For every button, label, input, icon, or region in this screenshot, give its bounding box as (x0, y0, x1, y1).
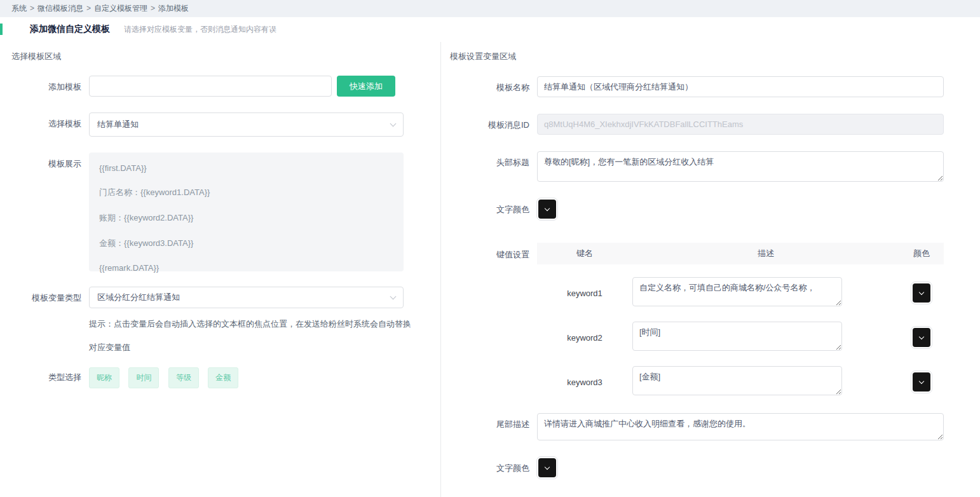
template-name-label: 模板名称 (450, 76, 529, 93)
chevron-down-icon (919, 378, 924, 383)
key-value-table: 键名 描述 颜色 keyword1 自定义名称，可填自己的商城名称/公众号名称，… (537, 243, 944, 398)
keyword2-name: keyword2 (537, 333, 632, 343)
keyword3-color-picker[interactable] (913, 372, 930, 391)
table-row-keyword2: keyword2 [时间] (537, 322, 944, 353)
column-header-desc: 描述 (632, 248, 899, 259)
left-section-title: 选择模板区域 (11, 51, 440, 62)
select-template-label: 选择模板 (11, 112, 81, 130)
keyword1-name: keyword1 (537, 289, 632, 298)
keyword3-desc-textarea[interactable]: [金额] (632, 366, 842, 395)
breadcrumb: 系统>微信模板消息>自定义模板管理>添加模板 (0, 0, 980, 17)
template-msg-id-label: 模板消息ID (450, 114, 529, 131)
text-color-bottom-label: 文字颜色 (450, 457, 529, 474)
select-template-value: 结算单通知 (97, 119, 139, 130)
type-select-label: 类型选择 (11, 367, 81, 383)
preview-line-remark[interactable]: {{remark.DATA}} (99, 263, 393, 273)
variable-tip-line1: 提示：点击变量后会自动插入选择的文本框的焦点位置，在发送给粉丝时系统会自动替换 (89, 312, 426, 336)
column-header-key: 键名 (537, 248, 632, 259)
template-variable-panel: 模板设置变量区域 模板名称 模板消息ID 头部标题 尊敬的[昵称]，您有一笔新的… (441, 42, 980, 497)
page-hint: 请选择对应模板变量，否则消息通知内容有误 (124, 24, 276, 35)
chevron-down-icon (390, 294, 397, 300)
add-template-input[interactable] (89, 76, 332, 97)
variable-tip: 提示：点击变量后会自动插入选择的文本框的焦点位置，在发送给粉丝时系统会自动替换 … (89, 312, 426, 359)
preview-line-keyword1[interactable]: 门店名称：{{keyword1.DATA}} (99, 187, 393, 198)
variable-type-dropdown[interactable]: 区域分红分红结算通知 (89, 287, 404, 308)
breadcrumb-item-system[interactable]: 系统 (11, 4, 27, 13)
variable-type-value: 区域分红分红结算通知 (97, 292, 180, 303)
tag-amount[interactable]: 金额 (208, 367, 238, 388)
template-preview-box: {{first.DATA}} 门店名称：{{keyword1.DATA}} 账期… (89, 153, 404, 271)
text-color-bottom-picker[interactable] (538, 458, 556, 477)
chevron-down-icon (390, 121, 397, 127)
select-template-dropdown[interactable]: 结算单通知 (89, 112, 404, 137)
chevron-down-icon (919, 334, 924, 339)
text-color-top-picker[interactable] (538, 200, 556, 219)
preview-line-first[interactable]: {{first.DATA}} (99, 163, 393, 173)
breadcrumb-item-add-template[interactable]: 添加模板 (158, 4, 189, 13)
breadcrumb-separator: > (30, 4, 34, 13)
chevron-down-icon (919, 289, 924, 294)
table-row-keyword1: keyword1 自定义名称，可填自己的商城名称/公众号名称， (537, 277, 944, 309)
accent-bar (0, 24, 3, 35)
header-title-label: 头部标题 (450, 151, 529, 168)
key-value-header: 键名 描述 颜色 (537, 243, 944, 264)
keyword2-desc-textarea[interactable]: [时间] (632, 322, 842, 351)
breadcrumb-item-custom-template-mgmt[interactable]: 自定义模板管理 (94, 4, 147, 13)
preview-line-keyword2[interactable]: 账期：{{keyword2.DATA}} (99, 212, 393, 224)
page-header: 添加微信自定义模板 请选择对应模板变量，否则消息通知内容有误 (0, 23, 980, 36)
breadcrumb-item-wechat-template-msg[interactable]: 微信模板消息 (37, 4, 83, 13)
column-header-color: 颜色 (899, 248, 944, 259)
chevron-down-icon (545, 464, 550, 469)
breadcrumb-separator: > (151, 4, 155, 13)
quick-add-button[interactable]: 快速添加 (337, 76, 395, 97)
footer-desc-textarea[interactable]: 详情请进入商城推广中心收入明细查看，感谢您的使用。 (537, 413, 944, 440)
tag-nickname[interactable]: 昵称 (89, 367, 119, 388)
key-value-label: 键值设置 (450, 243, 529, 261)
keyword2-color-picker[interactable] (913, 328, 930, 347)
template-select-panel: 选择模板区域 添加模板 快速添加 选择模板 结算单通知 模板展示 (0, 42, 441, 497)
text-color-top-label: 文字颜色 (450, 198, 529, 215)
template-preview-label: 模板展示 (11, 153, 81, 170)
variable-tip-line2: 对应变量值 (89, 336, 426, 359)
keyword1-desc-textarea[interactable]: 自定义名称，可填自己的商城名称/公众号名称， (632, 277, 842, 306)
add-template-label: 添加模板 (11, 76, 81, 93)
tag-level[interactable]: 等级 (168, 367, 199, 388)
breadcrumb-separator: > (86, 4, 91, 13)
template-name-input[interactable] (537, 76, 944, 97)
tag-time[interactable]: 时间 (128, 367, 159, 388)
footer-desc-label: 尾部描述 (450, 413, 529, 430)
keyword3-name: keyword3 (537, 378, 632, 387)
right-section-title: 模板设置变量区域 (450, 51, 980, 62)
type-tags: 昵称 时间 等级 金额 (89, 367, 245, 388)
preview-line-keyword3[interactable]: 金额：{{keyword3.DATA}} (99, 238, 393, 249)
template-msg-id-input (537, 114, 944, 135)
keyword1-color-picker[interactable] (913, 283, 930, 303)
variable-type-label: 模板变量类型 (11, 287, 81, 304)
table-row-keyword3: keyword3 [金额] (537, 366, 944, 398)
chevron-down-icon (545, 205, 550, 210)
header-title-textarea[interactable]: 尊敬的[昵称]，您有一笔新的区域分红收入结算 (537, 151, 944, 182)
page-title: 添加微信自定义模板 (30, 24, 110, 35)
